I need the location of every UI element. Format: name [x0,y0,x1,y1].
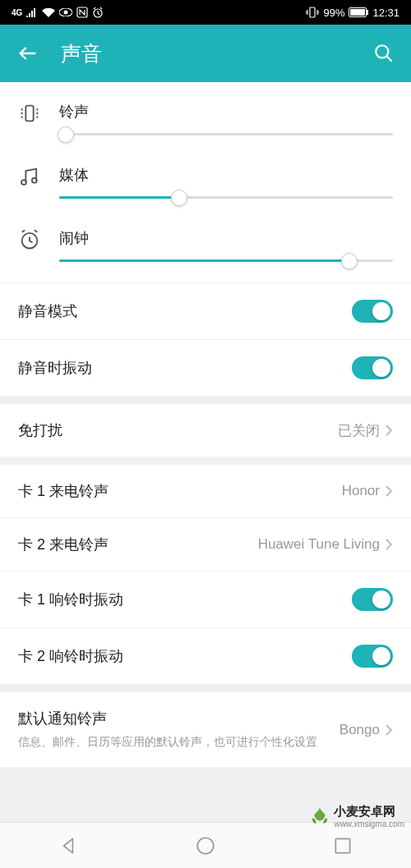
alarm-slider-label: 闹钟 [59,228,393,248]
default-notification-value: Bongo [339,722,380,738]
volume-sliders-section: 铃声 媒体 [0,82,411,282]
svg-point-13 [197,838,214,854]
alarm-slider[interactable] [59,259,393,262]
sim1-ring-vibrate-toggle[interactable] [352,588,393,611]
vibrate-silent-label: 静音时振动 [18,358,352,378]
nav-back-button[interactable] [58,835,79,857]
default-notification-label: 默认通知铃声 [18,709,339,728]
svg-point-10 [21,180,26,185]
svg-rect-4 [310,7,315,17]
sim2-ring-vibrate-toggle[interactable] [352,645,393,668]
navigation-bar [0,822,411,868]
sim2-ringtone-value: Huawei Tune Living [258,536,380,553]
sim1-ringtone-value: Honor [342,483,380,499]
media-icon [18,165,41,188]
chevron-right-icon [385,723,393,737]
back-button[interactable] [16,42,39,65]
media-slider-label: 媒体 [59,165,393,185]
page-title: 声音 [61,40,373,67]
page-header: 声音 [0,25,411,82]
watermark-brand: 小麦安卓网 [334,804,395,818]
media-slider[interactable] [59,196,393,199]
signal-icon [26,7,38,17]
svg-rect-9 [25,106,33,122]
watermark-url: www.xmsigma.com [334,820,404,829]
svg-point-8 [376,45,388,57]
svg-point-11 [32,178,37,183]
sim2-ringtone-row[interactable]: 卡 2 来电铃声 Huawei Tune Living [0,517,411,571]
wifi-icon [42,7,55,17]
vibrate-silent-toggle[interactable] [352,356,393,379]
dnd-label: 免打扰 [18,420,338,440]
default-notification-sub: 信息、邮件、日历等应用的默认铃声，也可进行个性化设置 [18,733,339,751]
alarm-clock-icon [18,228,41,251]
chevron-right-icon [385,485,393,498]
sim2-ring-vibrate-label: 卡 2 响铃时振动 [18,646,352,666]
silent-mode-row: 静音模式 [0,282,411,339]
svg-rect-7 [367,10,368,15]
watermark-icon [309,806,330,827]
silent-mode-label: 静音模式 [18,301,352,321]
svg-rect-6 [350,9,365,16]
chevron-right-icon [385,538,393,551]
battery-percentage: 99% [323,7,344,19]
sim2-ringtone-label: 卡 2 来电铃声 [18,535,258,554]
sim2-ring-vibrate-row: 卡 2 响铃时振动 [0,627,411,684]
network-icon: 4G [12,8,22,17]
nfc-icon [76,7,88,18]
default-notification-row[interactable]: 默认通知铃声 信息、邮件、日历等应用的默认铃声，也可进行个性化设置 Bongo [0,692,411,767]
nav-recent-button[interactable] [332,835,353,857]
status-bar: 4G 99% 12:31 [0,0,411,25]
ringtone-slider[interactable] [59,133,393,135]
dnd-value: 已关闭 [338,421,380,440]
watermark: 小麦安卓网 www.xmsigma.com [309,804,404,829]
nav-home-button[interactable] [195,835,216,857]
clock-time: 12:31 [372,7,399,19]
sim1-ring-vibrate-label: 卡 1 响铃时振动 [18,590,352,609]
ringtone-icon [18,102,41,125]
battery-icon [349,7,368,17]
alarm-icon [92,7,104,18]
chevron-right-icon [385,424,393,437]
sim1-ringtone-label: 卡 1 来电铃声 [18,481,342,501]
content-scroll[interactable]: 铃声 媒体 [0,82,411,822]
vibrate-silent-row: 静音时振动 [0,339,411,396]
search-button[interactable] [373,43,395,64]
eye-icon [59,8,72,16]
silent-mode-toggle[interactable] [352,300,393,323]
sim1-ringtone-row[interactable]: 卡 1 来电铃声 Honor [0,465,411,517]
sim1-ring-vibrate-row: 卡 1 响铃时振动 [0,571,411,627]
vibrate-icon [306,7,319,18]
svg-point-1 [64,11,68,15]
ringtone-slider-label: 铃声 [59,102,393,122]
dnd-row[interactable]: 免打扰 已关闭 [0,404,411,457]
svg-rect-14 [335,838,349,852]
